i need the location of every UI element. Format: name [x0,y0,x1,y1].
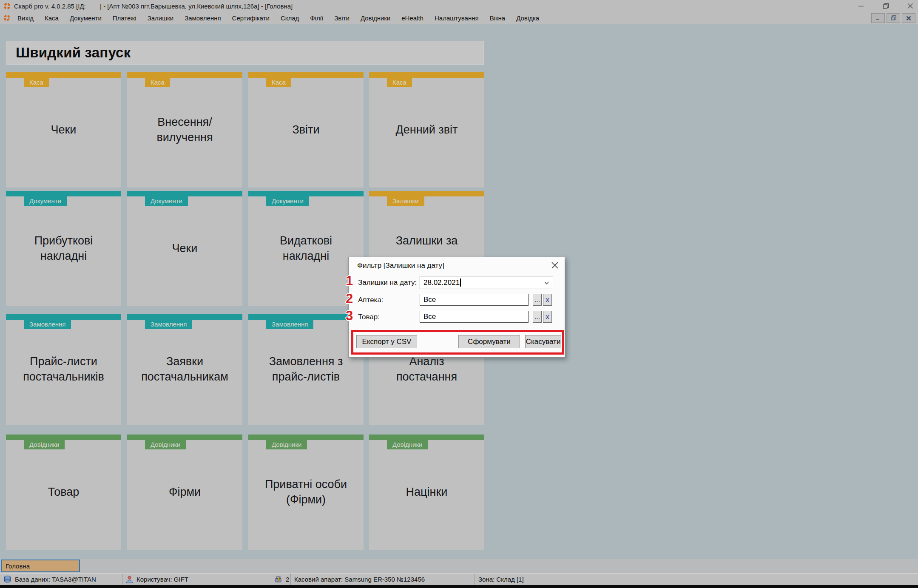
text-cursor [460,278,461,287]
menu-item-zvity[interactable]: Звіти [329,14,355,22]
mdi-window-controls [871,13,915,23]
close-icon[interactable] [907,3,914,9]
database-icon [3,575,11,583]
tile-kasa-vnesennia-vyluchennia[interactable]: Каса Внесення/вилучення [127,72,242,187]
menu-item-dovidnyky[interactable]: Довідники [355,14,396,22]
menu-logo-icon [3,14,10,21]
app-logo-icon [3,3,11,10]
status-database-text: База даних: TASA3@TITAN [15,576,96,583]
product-clear-button[interactable]: X [543,311,552,323]
status-cash-count: 2 [286,576,289,583]
restore-icon[interactable] [882,3,889,9]
quick-launch-panel: Швидкий запуск [6,41,484,65]
tile-label: Чеки [6,72,121,187]
product-lookup-button[interactable]: … [533,311,542,323]
tile-label: Фірми [127,435,242,550]
menu-item-sklad[interactable]: Склад [275,14,304,22]
menu-item-platezhi[interactable]: Платежі [107,14,142,22]
tile-label: Заявки постачальникам [127,314,242,425]
menu-item-dovidka[interactable]: Довідка [511,14,545,22]
tile-label: Внесення/вилучення [127,72,242,187]
menu-item-ehealth[interactable]: eHealth [396,14,429,22]
tile-dovidnyky-firmy[interactable]: Довідники Фірми [127,435,242,550]
chevron-down-icon[interactable] [544,280,549,286]
quick-launch-title: Швидкий запуск [16,45,131,61]
menu-item-zalyshky[interactable]: Залишки [142,14,179,22]
mdi-minimize-icon[interactable] [871,13,885,23]
status-database-section: База даних: TASA3@TITAN [0,574,122,585]
tab-strip: Головна [0,559,918,573]
tile-kasa-cheky[interactable]: Каса Чеки [6,72,121,187]
tile-label: Чеки [127,191,242,306]
status-cash-register-text: Касовий апарат: Samsung ER-350 №123456 [294,576,425,583]
tile-zamovlennia-z-prais-lystiv[interactable]: Замовлення Замовлення з прайс-листів [248,314,364,425]
tile-label: Звіти [248,72,364,187]
pharmacy-field-label: Аптека: [358,296,384,304]
mdi-restore-icon[interactable] [887,13,900,23]
status-zone-section: Зона: Склад [1] [475,574,918,585]
window-title: Скарб pro v. 4.0.2.85 [ІД: | - [Апт №003… [14,3,293,10]
menu-item-kasa[interactable]: Каса [39,14,64,22]
status-cash-register-section: Касовий апарат: Samsung ER-350 №123456 [291,574,475,585]
tile-dokumenty-prybutkovi-nakladni[interactable]: Документи Прибуткові накладні [6,191,121,306]
menu-item-vykhid[interactable]: Вихід [12,14,39,22]
taskbar-edge [0,585,918,588]
tile-kasa-dennyi-zvit[interactable]: Каса Денний звіт [369,72,484,187]
status-user-text: Користувач: GIFT [136,576,188,583]
tile-label: Замовлення з прайс-листів [248,314,364,425]
status-zone-text: Зона: Склад [1] [478,576,524,583]
status-bar: База даних: TASA3@TITAN Користувач: GIFT… [0,573,918,585]
date-value: 28.02.2021 [423,278,460,287]
annotation-number-2: 2 [346,291,353,307]
mdi-close-icon[interactable] [902,13,915,23]
product-input[interactable]: Все [420,311,529,323]
product-field-label: Товар: [358,313,380,321]
cancel-button[interactable]: Скасувати [525,335,561,348]
product-value: Все [423,312,436,321]
tile-label: Товар [6,435,121,550]
tile-kasa-zvity[interactable]: Каса Звіти [248,72,364,187]
status-user-section: Користувач: GIFT [122,574,271,585]
tile-zamovlennia-zaiavky[interactable]: Замовлення Заявки постачальникам [127,314,242,425]
filter-dialog: Фильтр [Залишки на дату] 1 2 3 Залишки н… [348,257,565,358]
tile-label: Прибуткові накладні [6,191,121,306]
menu-item-vikna[interactable]: Вікна [484,14,511,22]
date-field-label: Залишки на дату: [358,278,417,287]
cash-register-icon [275,576,282,583]
user-icon [126,576,133,583]
tile-label: Денний звіт [369,72,484,187]
tile-label: Приватні особи (Фірми) [248,435,364,550]
tile-label: Націнки [369,435,484,550]
annotation-number-1: 1 [346,273,353,289]
menu-item-zamovlennia[interactable]: Замовлення [179,14,226,22]
tile-dovidnyky-tovar[interactable]: Довідники Товар [6,435,121,550]
tile-dokumenty-vydatkovi-nakladni[interactable]: Документи Видаткові накладні [248,191,364,306]
annotation-number-3: 3 [346,308,353,324]
tile-label: Прайс-листи постачальників [6,314,121,425]
tile-zamovlennia-prais-lysty[interactable]: Замовлення Прайс-листи постачальників [6,314,121,425]
status-cash-count-section: 2 [271,574,291,585]
menu-item-filii[interactable]: Філії [304,14,329,22]
menu-item-sertyfikaty[interactable]: Сертифікати [227,14,275,22]
tile-dovidnyky-pryvatni-osoby[interactable]: Довідники Приватні особи (Фірми) [248,435,364,550]
title-bar: Скарб pro v. 4.0.2.85 [ІД: | - [Апт №003… [0,0,918,12]
pharmacy-lookup-button[interactable]: … [533,294,542,306]
pharmacy-input[interactable]: Все [420,294,529,306]
tab-holovna[interactable]: Головна [1,560,80,572]
tile-dovidnyky-natsinky[interactable]: Довідники Націнки [369,435,484,550]
menu-item-dokumenty[interactable]: Документи [64,14,107,22]
generate-button[interactable]: Сформувати [458,335,520,348]
export-csv-button[interactable]: Експорт у CSV [356,335,417,348]
pharmacy-value: Все [423,295,436,304]
dialog-close-icon[interactable] [551,261,559,269]
menu-item-nalashtuvannia[interactable]: Налаштування [429,14,484,22]
tile-dokumenty-cheky[interactable]: Документи Чеки [127,191,242,306]
dialog-title: Фильтр [Залишки на дату] [357,261,444,270]
date-combo-input[interactable]: 28.02.2021 [420,276,553,289]
menu-bar: Вихід Каса Документи Платежі Залишки Зам… [0,12,918,24]
tile-label: Видаткові накладні [248,191,364,306]
pharmacy-clear-button[interactable]: X [543,294,552,306]
minimize-icon[interactable] [858,3,864,9]
